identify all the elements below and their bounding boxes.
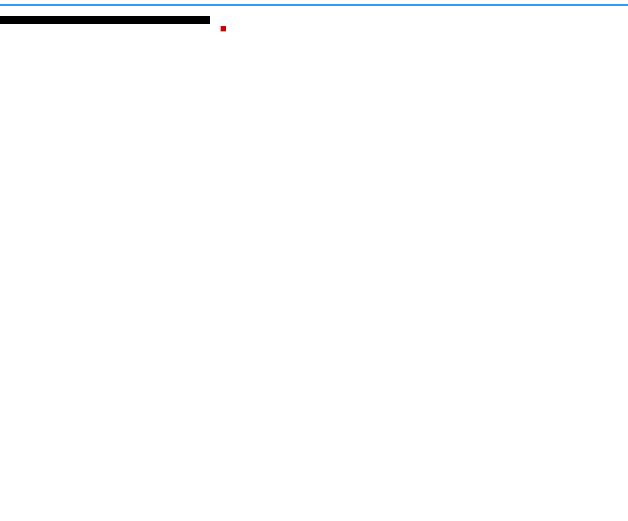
bullet-icon: ■	[220, 20, 227, 36]
debug-tree	[0, 0, 628, 6]
explanation-note: ■	[220, 20, 565, 36]
console-output	[0, 16, 210, 24]
